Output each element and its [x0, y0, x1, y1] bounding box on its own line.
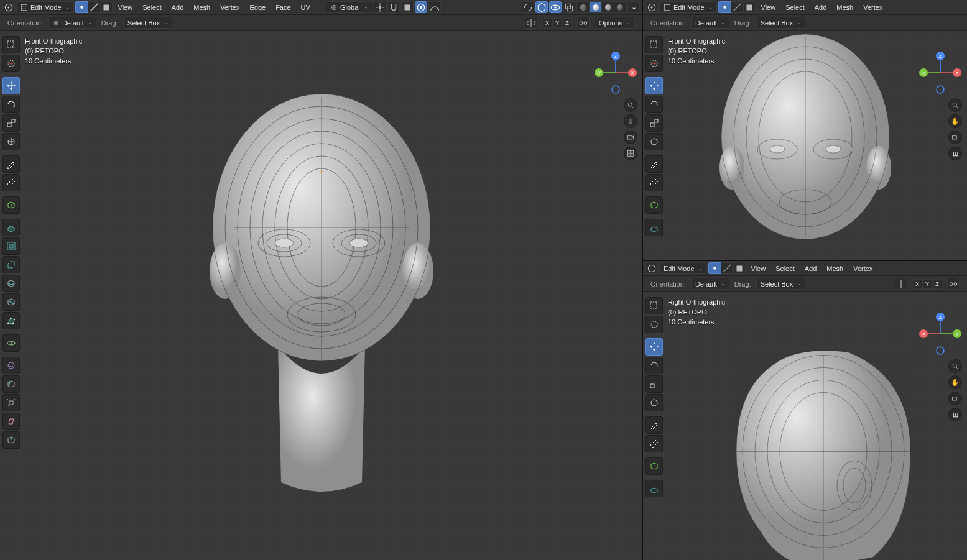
overlay-visibility-toggle[interactable] — [549, 1, 562, 13]
orientation-dropdown[interactable]: Default — [691, 278, 729, 290]
pan-icon[interactable]: ✋ — [948, 114, 962, 128]
mode-dropdown[interactable]: Edit Mode — [659, 262, 707, 274]
drag-dropdown[interactable]: Select Box — [756, 278, 806, 290]
menu-vertex[interactable]: Vertex — [849, 263, 877, 274]
editor-type-button[interactable] — [645, 1, 658, 13]
nav-gizmo-tr[interactable]: Z X -Y — [918, 51, 962, 94]
tool-measure[interactable] — [645, 435, 663, 452]
nav-gizmo-br[interactable]: Z Y -X — [918, 312, 962, 356]
menu-add[interactable]: Add — [810, 2, 831, 13]
tool-spin[interactable] — [2, 334, 20, 352]
xray-toggle[interactable] — [563, 1, 575, 13]
tool-annotate[interactable] — [2, 155, 20, 173]
select-mode-edge[interactable] — [731, 1, 743, 13]
snap-dropdown[interactable] — [401, 1, 414, 13]
proportional-edit-toggle[interactable] — [415, 1, 427, 13]
tool-extrude-region[interactable] — [2, 219, 20, 236]
tool-move[interactable] — [2, 77, 20, 94]
menu-select[interactable]: Select — [138, 2, 166, 13]
select-mode-edge[interactable] — [88, 1, 100, 13]
tool-select-box[interactable] — [2, 36, 20, 53]
tool-move[interactable] — [645, 338, 663, 356]
tool-poly-build[interactable] — [2, 312, 20, 329]
orientation-dropdown[interactable]: Default — [48, 17, 96, 29]
drag-dropdown[interactable]: Select Box — [756, 17, 806, 29]
proportional-falloff-dropdown[interactable] — [428, 1, 441, 13]
tool-measure[interactable] — [2, 174, 20, 191]
tool-shear[interactable] — [2, 413, 20, 430]
menu-view[interactable]: View — [747, 263, 770, 274]
snap-toggle[interactable] — [387, 1, 400, 13]
tool-select-box[interactable] — [645, 36, 663, 53]
menu-add[interactable]: Add — [800, 263, 821, 274]
camera-icon[interactable] — [948, 392, 962, 405]
menu-vertex[interactable]: Vertex — [216, 2, 244, 13]
perspective-icon[interactable]: ⊞ — [948, 408, 962, 421]
drag-dropdown[interactable]: Select Box — [123, 17, 173, 29]
tool-annotate[interactable] — [645, 155, 663, 173]
tool-annotate[interactable] — [645, 416, 663, 434]
menu-vertex[interactable]: Vertex — [859, 2, 887, 13]
tool-add-cube[interactable] — [645, 196, 663, 214]
pan-icon[interactable] — [624, 114, 637, 128]
tool-add-cube[interactable] — [645, 457, 663, 475]
tool-extrude-region[interactable] — [645, 219, 663, 236]
tool-bevel[interactable] — [2, 256, 20, 273]
select-mode-face[interactable] — [733, 262, 746, 274]
menu-face[interactable]: Face — [271, 2, 295, 13]
nav-gizmo-main[interactable]: Z X -Y — [594, 51, 637, 94]
mirror-z[interactable]: Z — [562, 18, 572, 28]
editor-type-button[interactable] — [645, 262, 658, 274]
mirror-button[interactable] — [525, 17, 537, 29]
zoom-icon[interactable] — [948, 98, 962, 112]
tool-transform[interactable] — [645, 394, 663, 411]
tool-scale[interactable] — [2, 114, 20, 132]
select-mode-vertex[interactable] — [75, 1, 88, 13]
shading-material[interactable] — [601, 1, 614, 13]
transform-orient-dropdown[interactable]: Global — [326, 1, 372, 13]
camera-icon[interactable] — [948, 131, 962, 144]
tool-scale[interactable] — [645, 375, 663, 393]
options-dropdown[interactable]: Options — [595, 17, 635, 29]
shading-wireframe[interactable] — [576, 1, 589, 13]
tool-cursor[interactable] — [645, 55, 663, 72]
viewport-main[interactable]: Front Orthographic (0) RETOPO 10 Centime… — [0, 31, 642, 560]
tool-extrude-region[interactable] — [645, 480, 663, 497]
tool-edge-slide[interactable] — [2, 375, 20, 393]
perspective-icon[interactable]: ⊞ — [948, 147, 962, 160]
pan-icon[interactable]: ✋ — [948, 375, 962, 389]
tool-transform[interactable] — [2, 133, 20, 150]
tool-knife[interactable] — [2, 293, 20, 311]
mirror-y[interactable]: Y — [922, 279, 932, 289]
automerge-toggle[interactable] — [577, 17, 590, 29]
tool-select-box[interactable] — [645, 297, 663, 314]
tool-inset-faces[interactable] — [2, 237, 20, 255]
menu-mesh[interactable]: Mesh — [189, 2, 215, 13]
tool-cursor[interactable] — [2, 55, 20, 72]
tool-rotate[interactable] — [645, 96, 663, 113]
tool-loop-cut[interactable] — [2, 275, 20, 292]
tool-move[interactable] — [645, 77, 663, 94]
menu-uv[interactable]: UV — [297, 2, 315, 13]
tool-rotate[interactable] — [645, 357, 663, 374]
tool-rotate[interactable] — [2, 96, 20, 113]
select-mode-vertex[interactable] — [708, 262, 721, 274]
select-mode-edge[interactable] — [721, 262, 733, 274]
select-mode-face[interactable] — [100, 1, 113, 13]
select-mode-face[interactable] — [743, 1, 756, 13]
mode-dropdown[interactable]: Edit Mode — [16, 1, 74, 13]
menu-edge[interactable]: Edge — [245, 2, 270, 13]
mirror-z[interactable]: Z — [932, 279, 942, 289]
mirror-y[interactable]: Y — [552, 18, 562, 28]
tool-add-cube[interactable] — [2, 196, 20, 214]
tool-scale[interactable] — [645, 114, 663, 132]
tool-transform[interactable] — [645, 133, 663, 150]
mode-dropdown[interactable]: Edit Mode — [659, 1, 717, 13]
zoom-icon[interactable] — [948, 359, 962, 373]
mirror-x[interactable]: X — [542, 18, 552, 28]
shading-solid[interactable] — [589, 1, 601, 13]
menu-select[interactable]: Select — [781, 2, 809, 13]
editor-type-button[interactable] — [2, 1, 15, 13]
mirror-button[interactable] — [895, 278, 907, 290]
menu-view[interactable]: View — [757, 2, 780, 13]
